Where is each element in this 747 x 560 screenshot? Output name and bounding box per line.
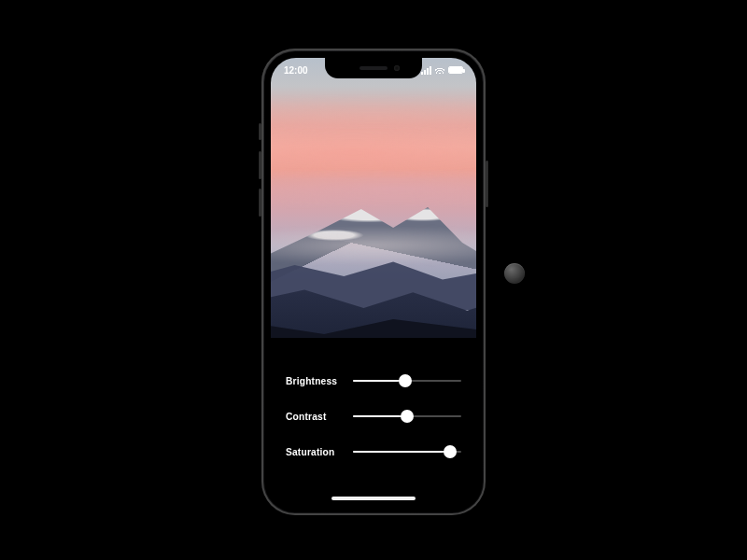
brightness-control: Brightness bbox=[286, 373, 461, 388]
external-knob[interactable] bbox=[504, 263, 525, 284]
front-camera bbox=[394, 65, 400, 71]
saturation-control: Saturation bbox=[286, 444, 461, 459]
status-right bbox=[421, 66, 463, 75]
saturation-slider[interactable] bbox=[353, 444, 461, 459]
slider-thumb[interactable] bbox=[401, 410, 414, 423]
brightness-slider[interactable] bbox=[353, 373, 461, 388]
cellular-signal-icon bbox=[421, 66, 431, 75]
adjustment-controls: Brightness Contrast bbox=[271, 357, 476, 506]
saturation-label: Saturation bbox=[286, 447, 344, 457]
home-indicator[interactable] bbox=[331, 497, 416, 500]
silence-switch[interactable] bbox=[259, 123, 261, 140]
screen: 12:00 Brightness bbox=[271, 58, 476, 506]
contrast-label: Contrast bbox=[286, 412, 344, 422]
slider-thumb[interactable] bbox=[444, 445, 457, 458]
battery-icon bbox=[448, 66, 463, 74]
brightness-label: Brightness bbox=[286, 376, 344, 386]
stage: 12:00 Brightness bbox=[0, 0, 747, 560]
volume-down-button[interactable] bbox=[259, 189, 261, 217]
speaker-grille bbox=[359, 66, 388, 70]
battery-fill bbox=[449, 67, 462, 73]
slider-fill bbox=[353, 451, 450, 453]
photo-preview[interactable] bbox=[271, 58, 476, 338]
power-button[interactable] bbox=[486, 161, 488, 207]
photo-clouds bbox=[271, 170, 476, 207]
slider-thumb[interactable] bbox=[399, 374, 412, 387]
volume-up-button[interactable] bbox=[259, 151, 261, 179]
status-time: 12:00 bbox=[284, 65, 308, 76]
slider-fill bbox=[353, 380, 405, 382]
contrast-control: Contrast bbox=[286, 409, 461, 424]
photo-cloud-line bbox=[271, 228, 476, 263]
notch bbox=[325, 58, 422, 78]
contrast-slider[interactable] bbox=[353, 409, 461, 424]
slider-fill bbox=[353, 415, 407, 417]
photo-clouds bbox=[271, 95, 476, 133]
phone-frame: 12:00 Brightness bbox=[261, 49, 486, 515]
wifi-icon bbox=[435, 66, 444, 74]
